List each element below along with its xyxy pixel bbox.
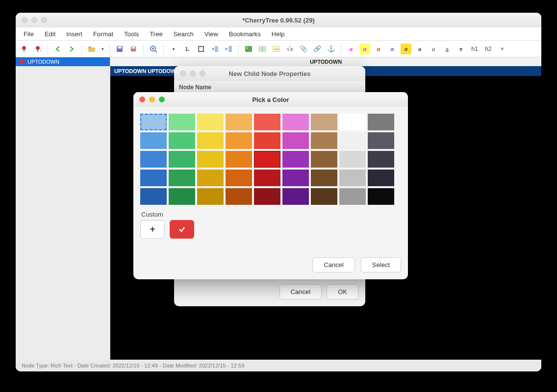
- color-swatch[interactable]: [140, 151, 167, 168]
- menu-edit[interactable]: Edit: [40, 29, 60, 39]
- color-swatch[interactable]: [339, 170, 366, 186]
- menu-tools[interactable]: Tools: [119, 29, 144, 39]
- format-a2-icon[interactable]: a: [359, 44, 370, 54]
- bold-icon[interactable]: a: [414, 44, 425, 54]
- dialog1-cancel-button[interactable]: Cancel: [279, 284, 322, 299]
- format-a1-icon[interactable]: a: [346, 44, 356, 54]
- color-swatch[interactable]: [311, 132, 337, 149]
- italic-icon[interactable]: a: [428, 44, 439, 54]
- color-swatch[interactable]: [339, 132, 366, 149]
- save-icon[interactable]: [114, 44, 125, 54]
- menu-bookmarks[interactable]: Bookmarks: [224, 29, 266, 39]
- color-swatch[interactable]: [197, 132, 224, 149]
- attachment-icon[interactable]: 📎: [298, 44, 309, 54]
- color-swatch[interactable]: [282, 188, 309, 205]
- color-swatch[interactable]: [339, 151, 366, 168]
- color-swatch[interactable]: [311, 114, 337, 130]
- table-icon[interactable]: [257, 44, 268, 54]
- color-swatch[interactable]: [226, 170, 252, 186]
- underline-icon[interactable]: a: [442, 44, 453, 54]
- tree-item-uptodown[interactable]: UPTODOWN: [16, 57, 110, 66]
- codebox-icon[interactable]: </>: [271, 44, 281, 54]
- color-swatch[interactable]: [197, 151, 224, 168]
- color-swatch[interactable]: [226, 132, 252, 149]
- color-swatch[interactable]: [282, 170, 309, 186]
- pin-green-icon[interactable]: +: [32, 44, 43, 54]
- color-swatch[interactable]: [226, 188, 252, 205]
- color-swatch[interactable]: [368, 151, 394, 168]
- strikethrough-icon[interactable]: a: [456, 44, 466, 54]
- indent-right-icon[interactable]: [223, 44, 234, 54]
- color-swatch[interactable]: [169, 132, 195, 149]
- numbered-list-icon[interactable]: 1.: [182, 44, 193, 54]
- color-swatch[interactable]: [140, 170, 167, 186]
- menu-search[interactable]: Search: [169, 29, 199, 39]
- tab-header[interactable]: UPTODOWN: [110, 57, 541, 66]
- color-swatch[interactable]: [282, 151, 309, 168]
- format-a4-icon[interactable]: a: [387, 44, 398, 54]
- color-swatch[interactable]: [169, 170, 195, 186]
- color-swatch[interactable]: [368, 170, 394, 186]
- color-swatch[interactable]: [368, 188, 394, 205]
- color-swatch[interactable]: [197, 170, 224, 186]
- anchor-icon[interactable]: ⚓: [326, 44, 336, 54]
- back-icon[interactable]: [52, 44, 63, 54]
- h1-icon[interactable]: h1: [469, 44, 480, 54]
- menu-view[interactable]: View: [200, 29, 223, 39]
- color-swatch[interactable]: [169, 151, 195, 168]
- color-swatch[interactable]: [197, 188, 224, 205]
- color-swatch[interactable]: [311, 170, 337, 186]
- dialog1-ok-button[interactable]: OK: [327, 284, 358, 299]
- color-select-button[interactable]: Select: [361, 257, 401, 272]
- color-swatch[interactable]: [226, 114, 252, 130]
- color-swatch[interactable]: [339, 188, 366, 205]
- dialog2-titlebar: Pick a Color: [133, 92, 408, 107]
- menu-tree[interactable]: Tree: [145, 29, 167, 39]
- menu-file[interactable]: File: [19, 29, 39, 39]
- menu-insert[interactable]: Insert: [61, 29, 87, 39]
- color-swatch[interactable]: [140, 114, 167, 130]
- color-swatch[interactable]: [169, 188, 195, 205]
- format-a5-icon[interactable]: a: [401, 44, 411, 54]
- color-swatch[interactable]: [140, 188, 167, 205]
- color-swatch[interactable]: [197, 114, 224, 130]
- tree-sidebar[interactable]: UPTODOWN: [16, 57, 110, 360]
- menu-help[interactable]: Help: [267, 29, 290, 39]
- image-icon[interactable]: [243, 44, 254, 54]
- checkbox-list-icon[interactable]: [196, 44, 206, 54]
- color-swatch[interactable]: [311, 151, 337, 168]
- chevron-down-icon[interactable]: ▾: [100, 44, 105, 54]
- color-swatch[interactable]: [254, 170, 280, 186]
- color-swatch[interactable]: [368, 114, 394, 130]
- color-swatch[interactable]: [311, 188, 337, 205]
- color-swatch[interactable]: [254, 114, 280, 130]
- add-custom-color-button[interactable]: +: [140, 220, 165, 239]
- indent-left-icon[interactable]: [209, 44, 220, 54]
- color-swatch[interactable]: [226, 151, 252, 168]
- search-icon[interactable]: [148, 44, 159, 54]
- svg-point-2: [36, 46, 40, 50]
- format-a3-icon[interactable]: a: [373, 44, 384, 54]
- link-icon[interactable]: 🔗: [312, 44, 323, 54]
- color-cancel-button[interactable]: Cancel: [312, 257, 354, 272]
- color-swatch[interactable]: [282, 114, 309, 130]
- forward-icon[interactable]: [66, 44, 77, 54]
- save-all-icon[interactable]: [128, 44, 139, 54]
- more-icon[interactable]: ▾: [497, 44, 507, 54]
- color-swatch[interactable]: [140, 132, 167, 149]
- tree-item-label: UPTODOWN: [27, 59, 59, 65]
- menu-format[interactable]: Format: [88, 29, 118, 39]
- color-swatch[interactable]: [282, 132, 309, 149]
- color-swatch[interactable]: [169, 114, 195, 130]
- folder-icon[interactable]: [86, 44, 97, 54]
- color-swatch[interactable]: [254, 188, 280, 205]
- color-swatch[interactable]: [254, 151, 280, 168]
- color-swatch[interactable]: [254, 132, 280, 149]
- pin-red-icon[interactable]: [19, 44, 29, 54]
- custom-color-swatch[interactable]: [170, 220, 194, 239]
- color-swatch[interactable]: [339, 114, 366, 130]
- h2-icon[interactable]: h2: [483, 44, 494, 54]
- equation-icon[interactable]: √x: [284, 44, 295, 54]
- bullet-list-icon[interactable]: •: [168, 44, 179, 54]
- color-swatch[interactable]: [368, 132, 394, 149]
